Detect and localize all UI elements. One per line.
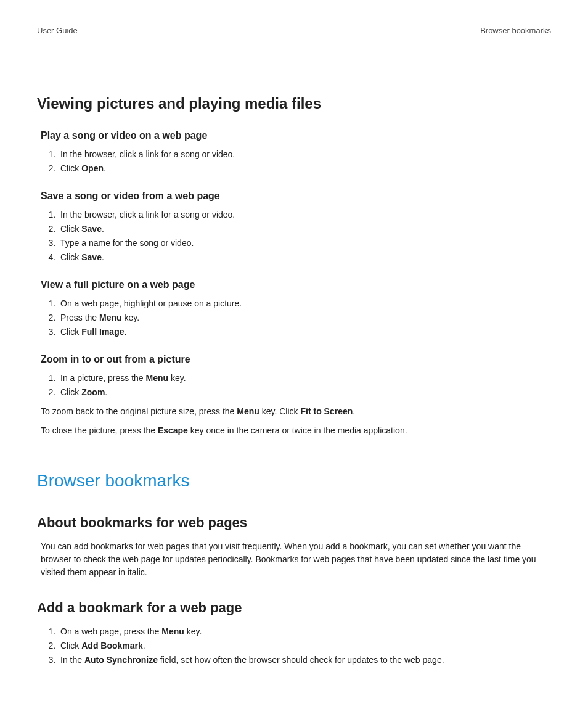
step-item: Click Add Bookmark. xyxy=(58,639,551,652)
bold-text: Open xyxy=(81,163,104,173)
section-heading: Viewing pictures and playing media files xyxy=(37,92,551,115)
page-header: User Guide Browser bookmarks xyxy=(37,25,551,37)
subsection-heading: Add a bookmark for a web page xyxy=(37,597,551,618)
bold-text: Escape xyxy=(158,425,188,435)
step-list: In the browser, click a link for a song … xyxy=(41,208,551,264)
header-right: Browser bookmarks xyxy=(480,25,551,37)
step-item: In the browser, click a link for a song … xyxy=(58,148,551,161)
chapter-heading: Browser bookmarks xyxy=(37,468,551,494)
bold-text: Save xyxy=(81,224,102,234)
bold-text: Auto Synchronize xyxy=(84,655,158,665)
bold-text: Menu xyxy=(99,313,122,322)
bold-text: Full Image xyxy=(81,327,124,337)
bold-text: Add Bookmark xyxy=(81,641,143,651)
bold-text: Menu xyxy=(237,406,259,416)
body-paragraph: You can add bookmarks for web pages that… xyxy=(41,540,551,579)
bold-text: Save xyxy=(81,252,102,262)
bold-text: Menu xyxy=(146,373,169,383)
step-item: On a web page, highlight or pause on a p… xyxy=(58,297,551,310)
subsection-heading: About bookmarks for web pages xyxy=(37,512,551,533)
step-item: In the Auto Synchronize field, set how o… xyxy=(58,654,551,667)
step-item: Click Zoom. xyxy=(58,386,551,399)
step-item: Click Open. xyxy=(58,162,551,175)
step-list: On a web page, press the Menu key.Click … xyxy=(41,625,551,667)
body-paragraph: To zoom back to the original picture siz… xyxy=(41,405,551,418)
step-item: Click Save. xyxy=(58,223,551,236)
step-list: In the browser, click a link for a song … xyxy=(41,148,551,175)
topic-heading: Play a song or video on a web page xyxy=(41,128,551,143)
step-item: In a picture, press the Menu key. xyxy=(58,372,551,385)
step-item: Click Save. xyxy=(58,251,551,264)
bold-text: Menu xyxy=(161,626,184,636)
page-number: 106 xyxy=(37,704,551,707)
body-paragraph: To close the picture, press the Escape k… xyxy=(41,424,551,437)
step-item: Type a name for the song or video. xyxy=(58,237,551,250)
header-left: User Guide xyxy=(37,25,78,37)
step-item: On a web page, press the Menu key. xyxy=(58,625,551,638)
step-item: Press the Menu key. xyxy=(58,311,551,324)
step-item: Click Full Image. xyxy=(58,326,551,339)
topic-heading: View a full picture on a web page xyxy=(41,277,551,292)
step-list: On a web page, highlight or pause on a p… xyxy=(41,297,551,339)
step-list: In a picture, press the Menu key.Click Z… xyxy=(41,372,551,399)
bold-text: Zoom xyxy=(81,387,105,397)
topic-heading: Zoom in to or out from a picture xyxy=(41,352,551,367)
bold-text: Fit to Screen xyxy=(300,406,353,416)
step-item: In the browser, click a link for a song … xyxy=(58,208,551,221)
topic-heading: Save a song or video from a web page xyxy=(41,189,551,203)
